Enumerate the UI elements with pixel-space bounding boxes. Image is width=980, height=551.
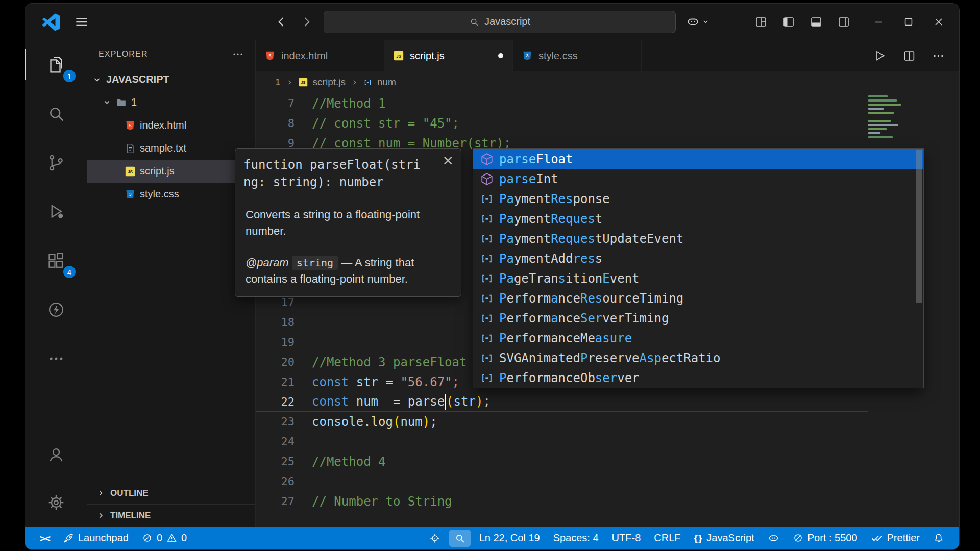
explorer-more-actions-icon[interactable] — [232, 48, 244, 60]
minimap-mark — [868, 124, 898, 126]
encoding-status[interactable]: UTF-8 — [605, 527, 648, 549]
launchpad-button[interactable]: Launchpad — [56, 527, 135, 549]
breadcrumb-folder[interactable]: 1 — [275, 77, 281, 88]
tree-file-sample-txt[interactable]: sample.txt — [87, 137, 255, 160]
extensions-activity-button[interactable]: 4 — [25, 236, 87, 285]
modified-dot-icon[interactable] — [498, 53, 503, 58]
close-button[interactable] — [933, 16, 945, 28]
forward-arrow-icon[interactable] — [299, 15, 313, 29]
split-editor-button[interactable] — [903, 49, 916, 62]
accounts-button[interactable] — [25, 431, 87, 479]
code-line-8[interactable]: 8// const str = "45"; — [256, 113, 959, 133]
suggestion-item[interactable]: PaymentRequest — [473, 209, 923, 229]
minimize-button[interactable] — [872, 16, 885, 28]
run-debug-activity-button[interactable] — [25, 187, 87, 236]
suggestion-item[interactable]: PerformanceMeasure — [473, 328, 923, 348]
symbol-variable-icon — [480, 272, 494, 285]
tree-root-javascript[interactable]: JAVASCRIPT — [87, 68, 255, 91]
suggestion-label: PaymentAddress — [499, 252, 602, 266]
activity-bar: 1 4 — [25, 40, 87, 527]
folder-icon — [116, 97, 127, 108]
code-line-24[interactable]: 24 — [256, 432, 959, 452]
suggestion-item[interactable]: SVGAnimatedPreserveAspectRatio — [473, 348, 923, 368]
copilot-status[interactable] — [761, 527, 786, 549]
code-line-23[interactable]: 23console.log(num); — [256, 412, 959, 432]
tree-file-script-js[interactable]: JS script.js — [87, 160, 255, 183]
git-branch-icon — [47, 154, 65, 172]
line-text: const str = "56.67"; — [312, 375, 459, 389]
tree-file-index-html[interactable]: 5 index.html — [87, 114, 255, 137]
suggestion-label: PerformanceMeasure — [499, 331, 632, 345]
more-views-button[interactable] — [25, 334, 87, 383]
crosshair-icon — [429, 533, 440, 544]
crosshair-toggle[interactable] — [423, 527, 447, 549]
toggle-sidebar-left-icon[interactable] — [782, 16, 795, 28]
line-text: console.log(num); — [312, 415, 437, 429]
breadcrumb-symbol[interactable]: num — [377, 77, 396, 88]
formatter-status[interactable]: Prettier — [864, 527, 926, 549]
suggestion-item[interactable]: PerformanceResourceTiming — [473, 288, 923, 308]
search-activity-button[interactable] — [25, 89, 87, 138]
suggestion-item[interactable]: PerformanceServerTiming — [473, 308, 923, 328]
extensions-badge: 4 — [63, 266, 76, 278]
settings-button[interactable] — [25, 479, 87, 527]
timeline-section[interactable]: TIMELINE — [87, 504, 255, 527]
suggestion-item[interactable]: PageTransitionEvent — [473, 268, 923, 288]
line-number: 8 — [256, 117, 312, 130]
code-line-26[interactable]: 26 — [256, 471, 959, 491]
remote-indicator[interactable]: >< — [33, 527, 56, 549]
suggestion-item[interactable]: parseFloat — [473, 149, 923, 169]
param-tag: @param — [246, 256, 289, 269]
toggle-sidebar-right-icon[interactable] — [838, 16, 850, 28]
text-file-icon — [125, 143, 135, 154]
tab-script-js[interactable]: JS script.js — [384, 40, 513, 71]
code-line-22[interactable]: 22const num = parse(str); — [256, 392, 959, 412]
breadcrumb-file[interactable]: script.js — [313, 77, 346, 88]
command-center-search[interactable]: Javascript — [324, 11, 676, 33]
close-icon[interactable]: × — [442, 153, 454, 167]
customize-layout-icon[interactable] — [755, 16, 767, 28]
run-button[interactable] — [873, 49, 887, 62]
tab-index-html[interactable]: 5 index.html — [256, 40, 384, 71]
error-count: 0 — [157, 532, 162, 544]
eol-status[interactable]: CRLF — [647, 527, 687, 549]
line-number: 21 — [256, 375, 312, 388]
code-line-25[interactable]: 25//Method 4 — [256, 452, 959, 471]
thunder-client-activity-button[interactable] — [25, 285, 87, 334]
code-line-27[interactable]: 27// Number to String — [256, 491, 959, 511]
notifications-bell[interactable] — [926, 527, 951, 549]
cursor-position[interactable]: Ln 22, Col 19 — [473, 527, 547, 549]
suggestion-item[interactable]: PaymentRequestUpdateEvent — [473, 229, 923, 248]
toggle-panel-bottom-icon[interactable] — [810, 16, 822, 28]
suggestion-label: PaymentRequest — [499, 212, 602, 226]
editor-more-actions-button[interactable] — [932, 49, 945, 62]
copilot-menu-button[interactable] — [686, 15, 709, 29]
outline-section[interactable]: OUTLINE — [87, 482, 255, 504]
js-file-icon: JS — [394, 51, 404, 61]
back-arrow-icon[interactable] — [275, 15, 289, 29]
minimap-mark — [868, 112, 894, 114]
explorer-sidebar: EXPLORER JAVASCRIPT 1 5 index.html — [87, 40, 256, 527]
code-line-7[interactable]: 7//Method 1 — [256, 93, 959, 113]
tab-style-css[interactable]: 3 style.css — [513, 40, 642, 71]
explorer-activity-button[interactable]: 1 — [25, 40, 87, 89]
zoom-toggle[interactable] — [449, 530, 471, 547]
suggestion-item[interactable]: PaymentResponse — [473, 189, 923, 209]
tree-folder-1[interactable]: 1 — [87, 91, 255, 114]
problems-button[interactable]: 0 0 — [135, 527, 193, 549]
port-status[interactable]: Port : 5500 — [786, 527, 864, 549]
maximize-button[interactable] — [903, 16, 914, 28]
menu-icon[interactable] — [74, 14, 89, 30]
line-text: //Method 4 — [312, 455, 386, 469]
tree-file-style-css[interactable]: 3 style.css — [87, 183, 255, 206]
suggest-scrollbar[interactable] — [916, 150, 922, 303]
source-control-activity-button[interactable] — [25, 138, 87, 187]
suggestion-item[interactable]: parseInt — [473, 169, 923, 189]
editor-body[interactable]: 7//Method 18// const str = "45";9// cons… — [256, 93, 959, 527]
chevron-right-icon — [96, 511, 105, 520]
minimap[interactable] — [868, 95, 906, 140]
suggestion-item[interactable]: PerformanceObserver — [473, 368, 923, 388]
language-mode[interactable]: {} JavaScript — [688, 527, 761, 549]
indentation-status[interactable]: Spaces: 4 — [547, 527, 605, 549]
suggestion-item[interactable]: PaymentAddress — [473, 248, 923, 268]
